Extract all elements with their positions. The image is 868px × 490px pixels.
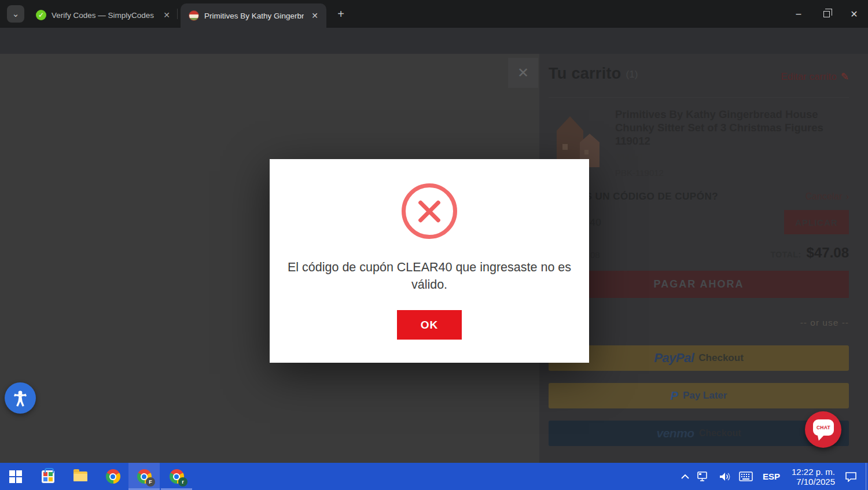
edit-cart-link[interactable]: Editar carrito ✎ <box>781 71 849 83</box>
clock[interactable]: 12:22 p. m. 7/10/2025 <box>792 467 835 487</box>
browser-toolbar: ← → ↻ thejollychristmasshop.com/primitiv… <box>0 28 868 54</box>
tray-show-hidden-icons-chevron[interactable] <box>681 474 689 479</box>
coupon-cancel-link[interactable]: Cancelar › <box>806 191 849 202</box>
checkout-label: Checkout <box>698 352 743 364</box>
thumbnail-detail <box>584 150 589 154</box>
show-desktop-strip[interactable] <box>866 463 868 490</box>
taskbar-item-chrome-profile-r[interactable]: r <box>161 463 192 490</box>
windows-taskbar: F r ESP 12:22 p. m. 7/10/2025 <box>0 463 868 490</box>
close-tab-icon[interactable]: ✕ <box>161 10 172 20</box>
thumbnail-detail <box>562 144 568 150</box>
or-use-label: -- or use -- <box>800 318 849 328</box>
accessibility-widget-button[interactable] <box>5 382 36 414</box>
start-button[interactable] <box>0 463 31 490</box>
edit-cart-label: Editar carrito <box>781 71 836 83</box>
page-content: Tu carrito (1) Editar carrito ✎ Primitiv… <box>0 54 868 463</box>
restore-icon <box>823 11 830 17</box>
ok-button[interactable]: OK <box>397 310 462 340</box>
chat-bubble-tail <box>816 434 824 441</box>
product-name: Primitives By Kathy Gingerbread House Ch… <box>615 108 849 148</box>
total-value: $47.08 <box>807 245 849 261</box>
apply-coupon-button[interactable]: APLICAR <box>784 210 849 234</box>
cart-title: Tu carrito <box>549 65 621 83</box>
language-indicator[interactable]: ESP <box>763 471 780 481</box>
new-tab-button[interactable]: + <box>332 5 350 23</box>
screen: ⌄ ✓ Verify Codes — SimplyCodes ✕ Primiti… <box>0 0 868 490</box>
windows-logo-icon <box>9 470 22 483</box>
tab-title: Verify Codes — SimplyCodes <box>52 11 156 20</box>
close-tab-icon[interactable]: ✕ <box>309 11 321 20</box>
product-price: $44.00 <box>615 152 642 162</box>
tab-jollychristmasshop-active[interactable]: Primitives By Kathy Gingerbread ✕ <box>181 3 326 28</box>
taskbar-item-file-explorer[interactable] <box>65 463 96 490</box>
chat-bubble-icon: CHAT <box>813 419 834 436</box>
chevron-right-icon: › <box>846 191 849 202</box>
total-label: TOTAL: <box>771 250 801 259</box>
profile-r-badge: r <box>178 477 187 487</box>
action-center-icon[interactable] <box>845 471 857 482</box>
chrome-icon <box>106 469 120 484</box>
chevron-down-icon: ⌄ <box>12 9 20 19</box>
coupon-error-dialog: El código de cupón CLEAR40 que ingresast… <box>270 159 589 363</box>
error-x-icon <box>402 183 457 239</box>
venmo-checkout-button[interactable]: venmo Checkout <box>549 421 849 446</box>
paypal-checkout-button[interactable]: PayPal Checkout <box>549 345 849 371</box>
volume-icon[interactable] <box>718 471 731 482</box>
taskbar-item-chrome[interactable] <box>97 463 128 490</box>
tab-search-button[interactable]: ⌄ <box>7 5 24 23</box>
cart-item-count: (1) <box>626 69 638 83</box>
divider <box>549 97 849 98</box>
tab-title: Primitives By Kathy Gingerbread <box>204 12 304 20</box>
microsoft-store-icon <box>42 470 54 483</box>
accessibility-person-icon <box>11 389 30 407</box>
pay-now-button[interactable]: PAGAR AHORA <box>549 271 849 298</box>
time: 12:22 p. m. <box>792 467 835 477</box>
profile-f-badge: F <box>146 477 155 487</box>
obscured-total-fragment: 08 <box>590 250 600 260</box>
checkout-label: Checkout <box>699 428 741 439</box>
simplycodes-favicon: ✓ <box>36 10 46 20</box>
minimize-button[interactable]: – <box>785 0 812 28</box>
close-window-button[interactable]: ✕ <box>840 0 868 28</box>
venmo-logo: venmo <box>656 426 694 440</box>
window-controls: – ✕ <box>785 0 868 28</box>
paypal-pay-later-button[interactable]: P Pay Later <box>549 383 849 408</box>
tab-divider <box>177 9 178 19</box>
browser-tab-strip: ⌄ ✓ Verify Codes — SimplyCodes ✕ Primiti… <box>0 0 868 28</box>
tab-simplycodes[interactable]: ✓ Verify Codes — SimplyCodes ✕ <box>28 4 178 26</box>
paypal-p-icon: P <box>671 389 678 403</box>
file-explorer-icon <box>73 471 87 481</box>
error-message: El código de cupón CLEAR40 que ingresast… <box>285 259 574 293</box>
touch-keyboard-icon[interactable] <box>739 471 753 481</box>
date: 7/10/2025 <box>792 477 835 487</box>
cancel-label: Cancelar <box>806 191 843 202</box>
total-row: TOTAL: $47.08 <box>771 245 849 261</box>
pay-later-label: Pay Later <box>683 390 727 401</box>
santa-favicon <box>189 10 199 21</box>
restore-button[interactable] <box>812 0 840 28</box>
edit-pencil-icon: ✎ <box>841 71 849 83</box>
chat-label: CHAT <box>816 425 830 430</box>
network-icon[interactable] <box>697 471 710 482</box>
chat-widget-button[interactable]: CHAT <box>805 411 841 448</box>
taskbar-item-store[interactable] <box>32 463 64 490</box>
product-sku: PBK-119012 <box>615 168 664 178</box>
close-cart-drawer-button[interactable]: ✕ <box>508 58 538 88</box>
taskbar-item-chrome-profile-f[interactable]: F <box>128 463 160 490</box>
paypal-logo: PayPal <box>654 351 694 366</box>
